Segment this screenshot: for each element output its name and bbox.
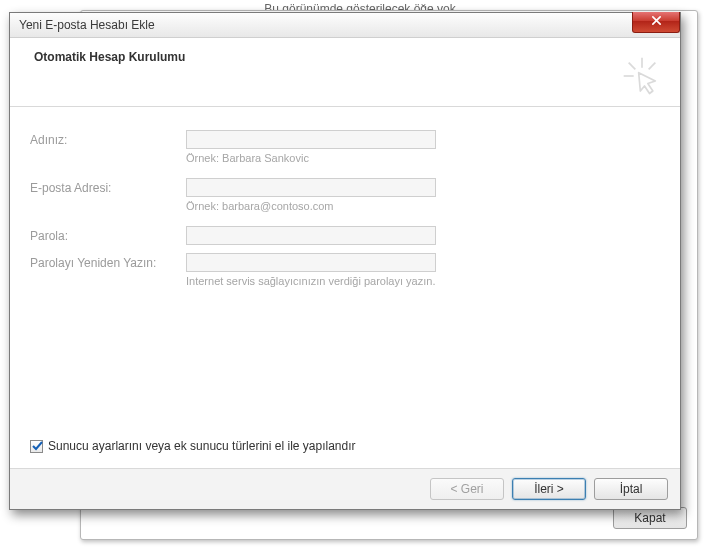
name-label: Adınız: xyxy=(30,133,186,147)
email-label: E-posta Adresi: xyxy=(30,181,186,195)
back-button[interactable]: < Geri xyxy=(430,478,504,500)
add-account-dialog: Yeni E-posta Hesabı Ekle Otomatik Hesap … xyxy=(9,12,681,510)
checkbox-box xyxy=(30,440,43,453)
close-icon xyxy=(651,15,662,29)
email-input[interactable] xyxy=(186,178,436,197)
password-confirm-label: Parolayı Yeniden Yazın: xyxy=(30,256,186,270)
wizard-body: Adınız: Örnek: Barbara Sankovic E-posta … xyxy=(10,106,680,469)
svg-line-3 xyxy=(649,63,656,70)
wizard-header-title: Otomatik Hesap Kurulumu xyxy=(34,50,185,64)
password-hint: Internet servis sağlayıcınızın verdiği p… xyxy=(186,275,660,287)
wizard-header: Otomatik Hesap Kurulumu xyxy=(10,38,680,107)
password-confirm-input[interactable] xyxy=(186,253,436,272)
cancel-button[interactable]: İptal xyxy=(594,478,668,500)
app-background: Bu görünümde gösterilecek öğe yok Kapat … xyxy=(0,0,720,552)
password-label: Parola: xyxy=(30,229,186,243)
svg-line-2 xyxy=(629,63,636,70)
wizard-footer: < Geri İleri > İptal xyxy=(10,468,680,509)
email-hint: Örnek: barbara@contoso.com xyxy=(186,200,660,212)
name-hint: Örnek: Barbara Sankovic xyxy=(186,152,660,164)
dialog-title: Yeni E-posta Hesabı Ekle xyxy=(19,18,155,32)
name-input[interactable] xyxy=(186,130,436,149)
parent-close-button[interactable]: Kapat xyxy=(613,507,687,529)
password-input[interactable] xyxy=(186,226,436,245)
manual-config-checkbox[interactable]: Sunucu ayarlarını veya ek sunucu türleri… xyxy=(30,439,356,453)
dialog-close-button[interactable] xyxy=(632,12,680,33)
next-button[interactable]: İleri > xyxy=(512,478,586,500)
manual-config-label: Sunucu ayarlarını veya ek sunucu türleri… xyxy=(48,439,356,453)
dialog-titlebar: Yeni E-posta Hesabı Ekle xyxy=(10,13,680,38)
cursor-click-icon xyxy=(622,56,662,96)
